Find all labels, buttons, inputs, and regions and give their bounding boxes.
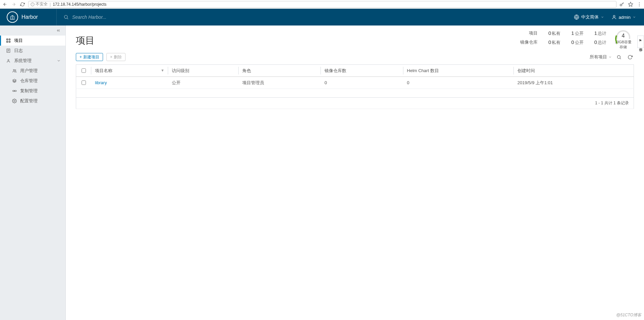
language-switcher[interactable]: 中文简体 bbox=[574, 14, 604, 20]
replication-icon bbox=[12, 89, 17, 93]
user-icon bbox=[611, 14, 617, 20]
svg-point-6 bbox=[639, 4, 640, 4]
project-filter-dropdown[interactable]: 所有项目 bbox=[590, 54, 612, 60]
delete-button[interactable]: × 删除 bbox=[106, 53, 126, 61]
projects-icon bbox=[6, 38, 11, 43]
sidebar-item-label: 系统管理 bbox=[14, 58, 32, 64]
reload-button[interactable] bbox=[19, 1, 26, 7]
sidebar: 项目 日志 系统管理 用户管理 仓库管理 复制管理 配置管理 bbox=[0, 25, 66, 320]
admin-icon bbox=[6, 58, 11, 63]
user-menu[interactable]: admin bbox=[611, 14, 636, 20]
col-repo-count[interactable]: 镜像仓库数 bbox=[320, 65, 403, 77]
cell-access: 公开 bbox=[168, 77, 238, 89]
col-chart-count[interactable]: Helm Chart 数目 bbox=[403, 65, 513, 77]
storage-widget: 4 13GB容量 存储 bbox=[612, 30, 634, 50]
project-link[interactable]: library bbox=[95, 80, 107, 85]
new-project-button[interactable]: + 新建项目 bbox=[76, 53, 103, 61]
sidebar-collapse-button[interactable] bbox=[0, 25, 65, 36]
app-name: Harbor bbox=[21, 14, 38, 20]
filter-label: 所有项目 bbox=[590, 54, 607, 60]
harbor-logo-icon bbox=[7, 11, 18, 23]
col-access[interactable]: 访问级别 bbox=[168, 65, 238, 77]
sidebar-item-config[interactable]: 配置管理 bbox=[0, 96, 65, 106]
chevron-down-icon bbox=[57, 59, 61, 63]
svg-point-8 bbox=[64, 15, 67, 18]
svg-point-22 bbox=[15, 70, 16, 71]
pagination-text: 1 - 1 共计 1 条记录 bbox=[76, 98, 634, 109]
refresh-icon[interactable] bbox=[626, 53, 634, 61]
sidebar-item-repositories[interactable]: 仓库管理 bbox=[0, 76, 65, 86]
chevron-down-icon bbox=[633, 15, 636, 19]
cell-repo: 0 bbox=[320, 77, 403, 89]
button-label: 新建项目 bbox=[83, 54, 99, 60]
filter-icon: ▾ bbox=[161, 68, 164, 73]
stat-label: 项目 bbox=[520, 30, 538, 37]
close-icon: × bbox=[110, 55, 112, 59]
cell-role: 项目管理员 bbox=[238, 77, 320, 89]
cell-created: 2019/5/9 上午1:01 bbox=[513, 77, 634, 89]
svg-rect-13 bbox=[9, 39, 10, 40]
brand[interactable]: Harbor bbox=[0, 11, 56, 23]
summary-stats: 项目 0私有 1公开 1总计 镜像仓库 0私有 0公开 0总计 bbox=[520, 30, 606, 46]
svg-rect-15 bbox=[9, 41, 10, 43]
svg-point-26 bbox=[617, 55, 621, 58]
sidebar-item-admin[interactable]: 系统管理 bbox=[0, 56, 65, 66]
app-header: Harbor 中文简体 admin bbox=[0, 9, 644, 25]
main-content: 项目 项目 0私有 1公开 1总计 镜像仓库 0私有 0公开 0总计 4 13G… bbox=[66, 25, 644, 320]
url-text: 172.18.74.145/harbor/projects bbox=[53, 2, 106, 7]
button-label: 删除 bbox=[114, 54, 122, 60]
svg-line-27 bbox=[620, 58, 621, 59]
event-side-tab[interactable]: ⚑ 事件 bbox=[637, 36, 644, 48]
sidebar-item-label: 项目 bbox=[14, 38, 23, 44]
svg-point-7 bbox=[639, 5, 640, 6]
sidebar-item-label: 日志 bbox=[14, 48, 23, 54]
sidebar-item-label: 用户管理 bbox=[20, 68, 38, 74]
plus-icon: + bbox=[80, 55, 82, 59]
col-created[interactable]: 创建时间 bbox=[513, 65, 634, 77]
key-icon[interactable] bbox=[619, 2, 625, 7]
chevron-down-icon bbox=[608, 55, 612, 59]
table-row[interactable]: library 公开 项目管理员 0 0 2019/5/9 上午1:01 bbox=[76, 77, 634, 89]
gear-icon bbox=[12, 99, 17, 103]
browser-chrome: 不安全 | 172.18.74.145/harbor/projects bbox=[0, 0, 644, 9]
col-role[interactable]: 角色 bbox=[238, 65, 320, 77]
menu-icon[interactable] bbox=[637, 2, 642, 7]
toolbar: + 新建项目 × 删除 所有项目 bbox=[76, 53, 634, 61]
sidebar-item-label: 配置管理 bbox=[20, 98, 38, 104]
svg-line-9 bbox=[67, 18, 68, 19]
users-icon bbox=[12, 68, 17, 73]
page-title: 项目 bbox=[76, 34, 95, 47]
gauge-icon: 4 bbox=[616, 30, 630, 39]
chevron-down-icon bbox=[601, 15, 604, 19]
svg-point-25 bbox=[14, 100, 15, 102]
sidebar-item-projects[interactable]: 项目 bbox=[0, 36, 65, 46]
search-icon[interactable] bbox=[615, 53, 623, 61]
svg-rect-14 bbox=[7, 41, 8, 43]
language-label: 中文简体 bbox=[581, 14, 599, 20]
row-checkbox[interactable] bbox=[82, 81, 86, 85]
address-bar[interactable]: 不安全 | 172.18.74.145/harbor/projects bbox=[28, 1, 616, 8]
sidebar-item-replication[interactable]: 复制管理 bbox=[0, 86, 65, 96]
user-label: admin bbox=[619, 15, 631, 20]
sidebar-item-users[interactable]: 用户管理 bbox=[0, 66, 65, 76]
svg-point-21 bbox=[13, 69, 15, 71]
svg-point-5 bbox=[639, 2, 640, 3]
col-name[interactable]: 项目名称▾ bbox=[91, 65, 168, 77]
search-input[interactable] bbox=[71, 14, 172, 20]
back-button[interactable] bbox=[2, 1, 8, 7]
star-icon[interactable] bbox=[628, 2, 633, 7]
insecure-icon: 不安全 bbox=[31, 1, 48, 7]
sidebar-item-label: 复制管理 bbox=[20, 88, 38, 94]
global-search[interactable] bbox=[56, 9, 574, 25]
svg-rect-12 bbox=[7, 39, 8, 40]
stat-label: 镜像仓库 bbox=[520, 39, 538, 46]
sidebar-item-logs[interactable]: 日志 bbox=[0, 46, 65, 56]
forward-button[interactable] bbox=[11, 1, 17, 7]
select-all-checkbox[interactable] bbox=[82, 68, 86, 73]
svg-marker-4 bbox=[628, 2, 633, 6]
svg-point-3 bbox=[620, 4, 622, 6]
sidebar-item-label: 仓库管理 bbox=[20, 78, 38, 84]
globe-icon bbox=[574, 14, 579, 20]
repo-icon bbox=[12, 78, 17, 83]
insecure-label: 不安全 bbox=[36, 1, 48, 7]
